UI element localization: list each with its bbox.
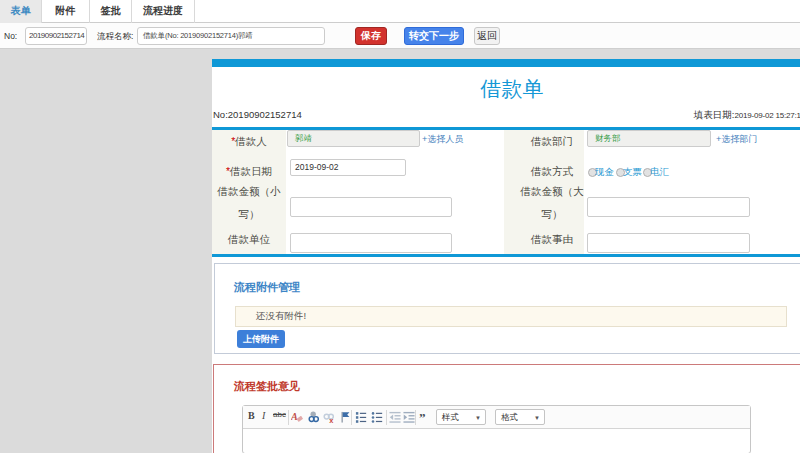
svg-text:A: A [291,411,298,422]
